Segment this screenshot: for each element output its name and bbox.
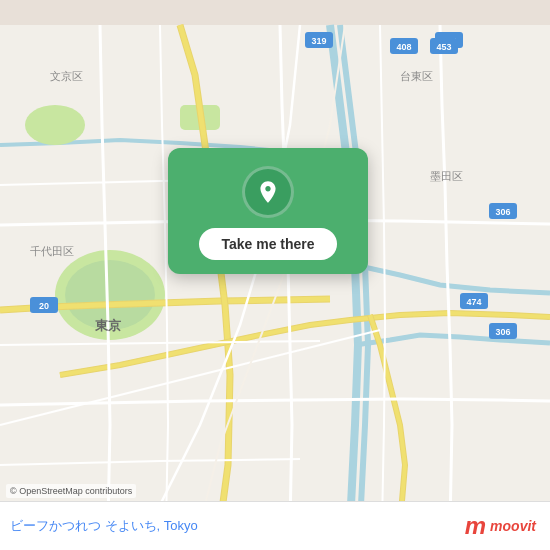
pin-circle [242, 166, 294, 218]
location-city-text: Tokyo [160, 518, 198, 533]
location-pin-icon [255, 179, 281, 205]
svg-point-3 [25, 105, 85, 145]
svg-text:千代田区: 千代田区 [30, 245, 74, 257]
svg-text:319: 319 [311, 36, 326, 46]
location-name-text: ビーフかつれつ そよいち, [10, 518, 160, 533]
svg-text:台東区: 台東区 [400, 70, 433, 82]
moovit-logo: m moovit [465, 512, 536, 540]
map-container: 20 319 465 306 306 453 474 408 文京区 台東区 墨… [0, 0, 550, 550]
svg-text:墨田区: 墨田区 [430, 170, 463, 182]
bottom-bar: ビーフかつれつ そよいち, Tokyo m moovit [0, 501, 550, 550]
location-name: ビーフかつれつ そよいち, Tokyo [10, 517, 465, 535]
svg-text:20: 20 [39, 301, 49, 311]
moovit-letter: m [465, 512, 486, 540]
map-attribution: © OpenStreetMap contributors [6, 484, 136, 498]
location-card: Take me there [168, 148, 368, 274]
svg-text:306: 306 [495, 327, 510, 337]
map-background: 20 319 465 306 306 453 474 408 文京区 台東区 墨… [0, 0, 550, 550]
svg-text:東京: 東京 [95, 318, 122, 333]
svg-text:306: 306 [495, 207, 510, 217]
svg-text:453: 453 [436, 42, 451, 52]
moovit-wordmark: moovit [490, 518, 536, 534]
svg-text:408: 408 [396, 42, 411, 52]
take-me-there-button[interactable]: Take me there [199, 228, 336, 260]
svg-text:文京区: 文京区 [50, 70, 83, 82]
svg-text:474: 474 [466, 297, 481, 307]
